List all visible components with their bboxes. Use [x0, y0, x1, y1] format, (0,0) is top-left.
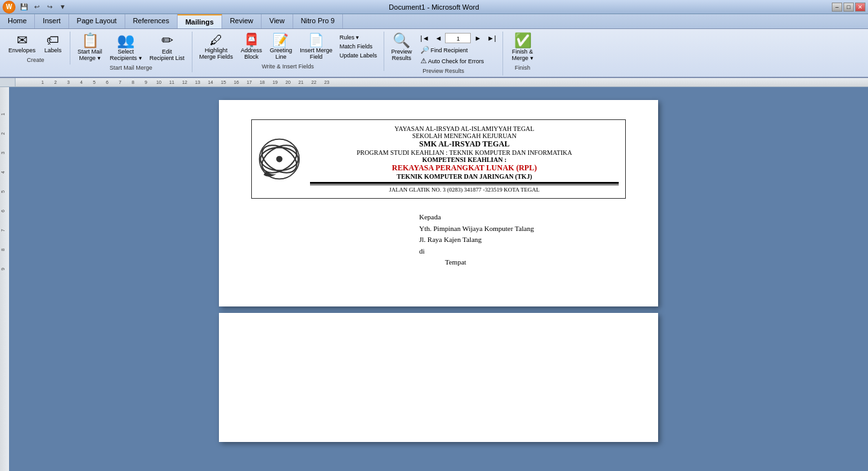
tab-mailings[interactable]: Mailings [178, 14, 222, 28]
svg-text:13: 13 [195, 80, 200, 85]
start-mail-merge-buttons: 📋 Start MailMerge ▾ 👥 SelectRecipients ▾… [74, 32, 188, 63]
quick-undo-btn[interactable]: ↩ [31, 1, 43, 13]
find-recipient-label: Find Recipient [431, 47, 468, 54]
letterhead-line2: SEKOLAH MENENGAH KEJURUAN [310, 132, 619, 139]
horizontal-ruler: 12 34 56 78 910 1112 1314 1516 1718 1920… [16, 78, 868, 87]
prev-record-button[interactable]: ◄ [433, 33, 445, 43]
quick-redo-btn[interactable]: ↪ [44, 1, 56, 13]
svg-text:8: 8 [132, 80, 134, 85]
last-record-button[interactable]: ►| [484, 33, 499, 43]
jl-line: Jl. Raya Kajen Talang [419, 234, 626, 246]
rules-button[interactable]: Rules ▾ [337, 33, 380, 42]
maximize-button[interactable]: □ [843, 3, 854, 12]
finish-merge-button[interactable]: ✅ Finish &Merge ▾ [509, 32, 537, 63]
svg-text:12: 12 [182, 80, 187, 85]
tempat-line: Tempat [445, 257, 626, 268]
write-insert-small-btns: Rules ▾ Match Fields Update Labels [337, 33, 380, 60]
letterhead-line1: YAYASAN AL-IRSYAD AL-ISLAMIYYAH TEGAL [310, 125, 619, 132]
svg-text:20: 20 [285, 80, 291, 85]
auto-check-errors-button[interactable]: ⚠ Auto Check for Errors [418, 55, 499, 66]
write-insert-group-label: Write & Insert Fields [262, 63, 314, 70]
ribbon-group-preview-results: 🔍 PreviewResults |◄ ◄ 1 ► ►| 🔎 Find Reci… [384, 32, 503, 75]
first-record-button[interactable]: |◄ [418, 33, 432, 43]
update-labels-label: Update Labels [340, 52, 377, 59]
letterhead-divider-thick [310, 182, 619, 184]
highlight-merge-fields-button[interactable]: 🖊 HighlightMerge Fields [196, 32, 236, 62]
tab-view[interactable]: View [262, 14, 293, 28]
ribbon: Home Insert Page Layout References Maili… [0, 14, 868, 78]
select-recipients-button[interactable]: 👥 SelectRecipients ▾ [107, 32, 145, 63]
finish-merge-icon: ✅ [514, 34, 532, 48]
labels-icon: 🏷 [46, 34, 59, 46]
ribbon-group-write-insert: 🖊 HighlightMerge Fields 📮 AddressBlock 📝… [192, 32, 384, 71]
svg-text:16: 16 [234, 80, 239, 85]
start-mail-merge-button[interactable]: 📋 Start MailMerge ▾ [74, 32, 105, 63]
tab-insert[interactable]: Insert [35, 14, 69, 28]
vertical-ruler: 1 2 3 4 5 6 7 8 9 [0, 87, 9, 471]
document-area[interactable]: YAYASAN AL-IRSYAD AL-ISLAMIYYAH TEGAL SE… [9, 87, 868, 471]
create-group-label: Create [27, 57, 45, 63]
envelopes-button[interactable]: ✉ Envelopes [5, 32, 39, 55]
find-recipient-button[interactable]: 🔎 Find Recipient [418, 45, 499, 55]
labels-label: Labels [45, 47, 62, 54]
write-insert-content: 🖊 HighlightMerge Fields 📮 AddressBlock 📝… [196, 32, 380, 62]
letterhead-line5: KOMPETENSI KEAHLIAN : [310, 156, 619, 163]
ribbon-group-start-mail-merge: 📋 Start MailMerge ▾ 👥 SelectRecipients ▾… [70, 32, 192, 72]
tab-review[interactable]: Review [222, 14, 262, 28]
minimize-button[interactable]: – [832, 3, 842, 12]
svg-text:8: 8 [1, 248, 5, 251]
ruler-container: 12 34 56 78 910 1112 1314 1516 1718 1920… [0, 78, 868, 87]
find-recipient-icon: 🔎 [420, 46, 429, 54]
letterhead-divider-thin [310, 185, 619, 185]
address-block-button[interactable]: 📮 AddressBlock [238, 32, 265, 62]
finish-group-label: Finish [515, 65, 530, 71]
update-labels-button[interactable]: Update Labels [337, 51, 380, 60]
svg-rect-24 [0, 87, 9, 471]
tab-nitro[interactable]: Nitro Pro 9 [293, 14, 344, 28]
close-button[interactable]: ✕ [855, 3, 865, 12]
tab-home[interactable]: Home [0, 14, 35, 28]
insert-merge-field-button[interactable]: 📄 Insert MergeField [296, 32, 336, 62]
ribbon-group-finish: ✅ Finish &Merge ▾ Finish [503, 32, 542, 72]
svg-text:22: 22 [311, 80, 316, 85]
svg-text:6: 6 [106, 80, 108, 85]
preview-results-icon: 🔍 [393, 34, 410, 48]
preview-results-button[interactable]: 🔍 PreviewResults [388, 32, 415, 63]
labels-button[interactable]: 🏷 Labels [40, 32, 66, 55]
start-mail-merge-icon: 📋 [81, 34, 99, 48]
quick-save-btn[interactable]: 💾 [18, 1, 30, 13]
greeting-line-button[interactable]: 📝 GreetingLine [267, 32, 296, 62]
window-title: Document1 - Microsoft Word [389, 3, 479, 11]
svg-text:7: 7 [1, 229, 5, 232]
match-fields-button[interactable]: Match Fields [337, 42, 380, 51]
next-record-button[interactable]: ► [471, 33, 484, 43]
preview-nav-btns: |◄ ◄ 1 ► ►| 🔎 Find Recipient ⚠ Auto Chec… [418, 33, 499, 66]
preview-results-label: PreviewResults [391, 48, 412, 61]
preview-nav-row: |◄ ◄ 1 ► ►| [418, 33, 499, 43]
finish-buttons: ✅ Finish &Merge ▾ [509, 32, 537, 63]
tab-references[interactable]: References [125, 14, 178, 28]
svg-text:19: 19 [273, 80, 278, 85]
svg-text:3: 3 [1, 152, 5, 154]
page-1-content: YAYASAN AL-IRSYAD AL-ISLAMIYYAH TEGAL SE… [219, 100, 658, 288]
insert-merge-field-icon: 📄 [308, 34, 324, 46]
greeting-line-icon: 📝 [273, 34, 289, 46]
preview-results-group-label: Preview Results [422, 68, 464, 74]
ruler-corner [0, 78, 16, 87]
edit-recipient-list-button[interactable]: ✏ EditRecipient List [147, 32, 188, 63]
letterhead-line3: SMK AL-IRSYAD TEGAL [310, 139, 619, 149]
ribbon-group-create: ✉ Envelopes 🏷 Labels Create [1, 32, 70, 65]
svg-text:4: 4 [1, 171, 5, 174]
school-logo [258, 138, 300, 180]
svg-text:18: 18 [260, 80, 265, 85]
tab-page-layout[interactable]: Page Layout [69, 14, 125, 28]
letterhead-text: YAYASAN AL-IRSYAD AL-ISLAMIYYAH TEGAL SE… [310, 125, 619, 193]
svg-text:15: 15 [221, 80, 226, 85]
record-number-field[interactable]: 1 [445, 33, 471, 43]
main-area: 1 2 3 4 5 6 7 8 9 [0, 87, 868, 471]
quick-dropdown-btn[interactable]: ▼ [57, 1, 68, 13]
svg-text:14: 14 [208, 80, 213, 85]
window-controls: – □ ✕ [832, 3, 865, 12]
svg-text:1: 1 [1, 113, 5, 115]
svg-text:7: 7 [119, 80, 121, 85]
